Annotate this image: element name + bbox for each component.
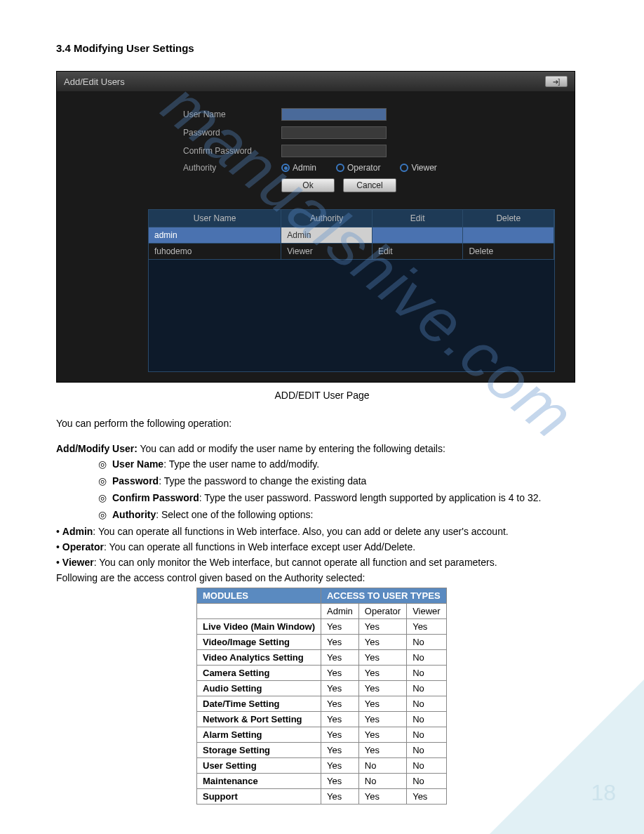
grid-row[interactable]: admin Admin (149, 227, 554, 243)
grid-row[interactable]: fuhodemo Viewer Edit Delete (149, 243, 554, 259)
grid-header-username: User Name (149, 210, 281, 227)
access-row: Alarm SettingYesYesNo (197, 727, 447, 743)
access-row: Live Video (Main Window)YesYesYes (197, 619, 447, 635)
bullet-item: ◎User Name: Type the user name to add/mo… (98, 458, 588, 470)
section-title-text: Modifying User Settings (74, 42, 194, 54)
app-screenshot: Add/Edit Users ➔] User Name Password Con… (56, 71, 575, 383)
ok-button[interactable]: Ok (281, 178, 335, 192)
delete-link[interactable]: Delete (463, 243, 554, 259)
grid-empty-area (149, 259, 554, 371)
bullet-item: ◎Authority: Select one of the following … (98, 509, 588, 520)
access-row: Storage SettingYesYesNo (197, 743, 447, 758)
intro-text: You can perform the following operation: (56, 418, 588, 429)
addmodify-lead: Add/Modify User: You can add or modify t… (56, 443, 588, 454)
radio-icon (336, 164, 344, 172)
section-number: 3.4 (56, 42, 71, 54)
access-h-modules: MODULES (197, 588, 321, 604)
grid-header-authority: Authority (281, 210, 373, 227)
page-corner-decoration (490, 680, 644, 834)
bullet-item: ◎Confirm Password: Type the user passwor… (98, 492, 588, 503)
user-grid: User Name Authority Edit Delete admin Ad… (148, 209, 555, 372)
authority-label: Authority (183, 163, 281, 173)
cancel-button[interactable]: Cancel (343, 178, 396, 192)
access-row: Video/Image SettingYesYesNo (197, 635, 447, 650)
password-input[interactable] (281, 126, 387, 139)
radio-icon (400, 164, 408, 172)
access-subheader: Admin Operator Viewer (197, 604, 447, 619)
access-row: Video Analytics SettingYesYesNo (197, 650, 447, 666)
figure-caption: ADD/EDIT User Page (56, 390, 588, 401)
access-h-types: ACCESS TO USER TYPES (321, 588, 446, 604)
field-bullets: ◎User Name: Type the user name to add/mo… (98, 458, 588, 520)
access-row: Date/Time SettingYesYesNo (197, 696, 447, 712)
window-title: Add/Edit Users (64, 77, 125, 87)
access-row: User SettingYesNoNo (197, 758, 447, 774)
role-viewer: • Viewer: You can only monitor the Web i… (56, 557, 588, 568)
edit-link[interactable]: Edit (373, 243, 464, 259)
username-input[interactable] (281, 108, 387, 121)
access-intro: Following are the access control given b… (56, 572, 588, 583)
grid-header-delete: Delete (463, 210, 554, 227)
section-heading: 3.4 Modifying User Settings (56, 42, 588, 54)
radio-admin[interactable]: Admin (281, 163, 316, 173)
password-label: Password (183, 128, 281, 138)
access-row: Camera SettingYesYesNo (197, 666, 447, 681)
access-table: MODULES ACCESS TO USER TYPES Admin Opera… (196, 588, 447, 805)
access-row: MaintenanceYesNoNo (197, 774, 447, 789)
access-row: Network & Port SettingYesYesNo (197, 712, 447, 727)
window-titlebar: Add/Edit Users ➔] (57, 72, 575, 91)
radio-icon (281, 164, 290, 172)
confirm-password-label: Confirm Password (183, 146, 281, 156)
page-number: 18 (591, 780, 616, 806)
access-row: SupportYesYesYes (197, 789, 447, 805)
username-label: User Name (183, 110, 281, 119)
role-operator: • Operator: You can operate all function… (56, 541, 588, 552)
bullet-item: ◎Password: Type the password to change t… (98, 475, 588, 486)
radio-operator[interactable]: Operator (336, 163, 380, 173)
role-admin: • Admin: You can operate all functions i… (56, 526, 588, 537)
exit-icon[interactable]: ➔] (545, 76, 568, 87)
grid-header-edit: Edit (373, 210, 464, 227)
confirm-password-input[interactable] (281, 145, 387, 157)
radio-viewer[interactable]: Viewer (400, 163, 436, 173)
access-row: Audio SettingYesYesNo (197, 681, 447, 696)
